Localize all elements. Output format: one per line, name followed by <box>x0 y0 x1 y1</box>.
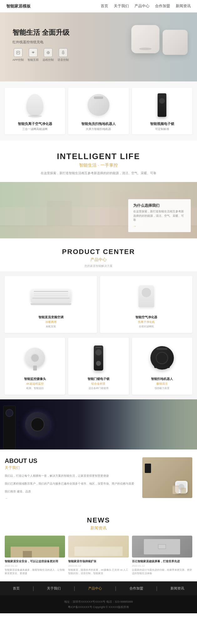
svg-rect-15 <box>180 488 186 494</box>
lock-shape <box>158 93 166 117</box>
product-sensor-card[interactable]: 智能空气净化器 负离子净化机 全密封滤网纸 <box>100 276 192 333</box>
intelligent-section: INTELLIGENT LIFE 智能生活 · 一手掌控 在这里探索，新打造智能… <box>0 141 197 176</box>
hero-product2 <box>163 30 188 55</box>
camera-title: 智能监控摄像头 <box>8 377 62 381</box>
footer-nav-products[interactable]: 产品中心 <box>88 586 102 591</box>
ac-image <box>8 281 94 312</box>
smart-home-image: 为什么选择我们 在这里探索，新打造智能生活相互参考新选择的好的能源，清洁、空气、… <box>0 182 197 238</box>
sensor-sub: 负离子净化机 <box>103 320 189 324</box>
svg-rect-16 <box>173 486 179 487</box>
vacuum-image <box>135 342 189 374</box>
news-grid: 智能家居安全安全，可以让这些设备更好用 2022-01-12 智能家居设备越来越… <box>5 536 192 575</box>
footer-nav-partner[interactable]: 合作加盟 <box>129 586 143 591</box>
news-title-3: 百亿智能家居超级屏幕，打造世界先进 <box>132 559 192 564</box>
footer-nav-news[interactable]: 新闻资讯 <box>170 586 184 591</box>
footer-navigation: 首页 | 关于我们 | 产品中心 | 合作加盟 | 新闻资讯 <box>0 581 197 595</box>
product-center-sub: 您的家居智能解决方案 <box>6 264 191 268</box>
robot-subtitle: 大屏力智能扫地机器 <box>71 127 125 131</box>
svg-rect-18 <box>159 545 165 548</box>
camera-sub: 4K超远程监控 <box>8 382 62 386</box>
smartlock-image <box>71 342 125 374</box>
about-content: ABOUT US 关于我们 我们以，打造让每个人都拥有一套，解决方案的智能生活，… <box>5 457 138 501</box>
hero-product1 <box>131 25 159 53</box>
feature-remote: 远程控制 <box>43 48 54 62</box>
vacuum-title: 智能扫地机器人 <box>135 377 189 381</box>
smartlock-sub: 铝合金材质 <box>71 382 125 386</box>
product-camera-card[interactable]: 智能监控摄像头 4K超远程监控 检测、智能追踪 <box>5 338 65 395</box>
hero-content: 智能生活 全面升级 红外线遥控传统充电 APP控制 智能互联 远程控制 <box>13 28 69 62</box>
footer-nav-sep4: | <box>156 586 157 591</box>
nav-partner[interactable]: 合作加盟 <box>155 3 170 9</box>
remote-icon <box>44 48 53 57</box>
news-model-visual <box>68 536 129 558</box>
news-card-1[interactable]: 智能家居安全安全，可以让这些设备更好用 2022-01-12 智能家居设备越来越… <box>5 536 65 575</box>
news-screen-inner <box>144 539 180 554</box>
camera-showcase-device <box>25 412 50 437</box>
about-door-device <box>145 464 151 473</box>
intelligent-description: 在这里探索，新打造智能生活相互参考新选择的好的能源，清洁、空气、采暖、可靠 <box>6 171 191 176</box>
feature-connect: 智能互联 <box>28 48 39 62</box>
feature-app: APP控制 <box>13 48 24 62</box>
featured-product-purifier[interactable]: 智能负离子空气净化器 三合一滤网高能滤网 <box>5 88 65 134</box>
svg-rect-5 <box>63 51 64 53</box>
camera-desc: 检测、智能追踪 <box>8 387 62 390</box>
app-icon <box>14 48 23 57</box>
product-grid-row1: 智能直流变频空调 冷暖两用 标配安装 智能空气净化器 负离子净化机 全密封滤网纸 <box>0 271 197 338</box>
featured-product-lock[interactable]: 智能视频电子锁 可定制标准 <box>132 88 192 134</box>
intelligent-cn-title: 智能生活 · 一手掌控 <box>6 163 191 168</box>
nav-products[interactable]: 产品中心 <box>134 3 149 9</box>
nav-home[interactable]: 首页 <box>101 3 108 9</box>
svg-rect-2 <box>17 53 18 53</box>
footer-nav-home[interactable]: 首页 <box>13 586 20 591</box>
footer-nav-about[interactable]: 关于我们 <box>47 586 61 591</box>
camera-shape <box>25 348 45 368</box>
news-screen-visual <box>132 536 192 558</box>
svg-point-3 <box>33 52 34 53</box>
intelligent-en-title: INTELLIGENT LIFE <box>6 152 191 161</box>
news-title-1: 智能家居安全安全，可以让这些设备更好用 <box>5 559 65 564</box>
footer-copyright: 粤ICP备XXXXXX号 Copyright © XXXXX版权所有 <box>6 605 191 610</box>
news-date-2: 2022-01-12 <box>68 564 129 567</box>
about-text2: 我们已累积领域数百客户，我们的产品与服务已遍布全国多个省市、地区，深受市场、用户… <box>5 481 138 486</box>
footer-nav-sep2: | <box>74 586 75 591</box>
svg-rect-1 <box>17 52 19 52</box>
feature-app-label: APP控制 <box>13 58 24 62</box>
product-vacuum-card[interactable]: 智能扫地机器人 极细清洁 强劲吸力装置 <box>132 338 192 395</box>
about-text1: 我们以，打造让每个人都拥有一套，解决方案的智能生活，让家居变得更智慧更便捷 <box>5 474 138 478</box>
about-more-arrow[interactable]: → <box>5 496 8 500</box>
news-en-title: NEWS <box>5 516 192 524</box>
news-house-visual <box>5 536 65 558</box>
featured-products-row: 智能负离子空气净化器 三合一滤网高能滤网 智能免洗扫拖地机器人 大屏力智能扫地机… <box>0 81 197 141</box>
product-smartlock-card[interactable]: 智能门锁电子锁 铝合金材质 适合各种门锁使用 <box>68 338 129 395</box>
smartlock-shape <box>94 345 103 371</box>
product-ac-card[interactable]: 智能直流变频空调 冷暖两用 标配安装 <box>5 276 97 333</box>
nav-about[interactable]: 关于我们 <box>114 3 129 9</box>
news-image-3 <box>132 536 192 558</box>
vacuum-shape <box>150 346 174 370</box>
footer-nav-sep1: | <box>33 586 34 591</box>
navigation: 智能家居模板 首页 关于我们 产品中心 合作加盟 新闻资讯 <box>0 0 197 13</box>
purifier-shape <box>26 94 43 116</box>
news-section: NEWS 新闻资讯 智能家居安全安全，可以让这些设备更好用 2022-01-12… <box>0 508 197 581</box>
why-choose-arrow[interactable]: → <box>133 224 136 228</box>
footer-address: 地址：深圳市XXXXXX号XXXX号 电话：323-99885999 <box>6 599 191 604</box>
ac-shape <box>31 289 71 303</box>
robot-shape <box>88 94 109 116</box>
news-cn-title: 新闻资讯 <box>5 525 192 531</box>
news-card-2[interactable]: 智能家居市场持续扩张 2022-01-12 智能家居，随着技术的发展，4K摄像头… <box>68 536 129 575</box>
ac-title: 智能直流变频空调 <box>8 315 94 319</box>
site-logo: 智能家居模板 <box>6 3 31 9</box>
hero-section: 智能生活 全面升级 红外线遥控传统充电 APP控制 智能互联 远程控制 <box>0 13 197 81</box>
news-card-3[interactable]: 百亿智能家居超级屏幕，打造世界先进 2022-01-12 以最新的设计与最先进的… <box>132 536 192 575</box>
footer-nav-sep3: | <box>115 586 116 591</box>
nav-news[interactable]: 新闻资讯 <box>176 3 191 9</box>
about-image <box>142 457 192 498</box>
lock-title: 智能视频电子锁 <box>135 122 189 126</box>
why-choose-title: 为什么选择我们 <box>133 203 186 208</box>
news-image-1 <box>5 536 65 558</box>
about-cn-title: 关于我们 <box>5 465 138 470</box>
smartlock-desc: 适合各种门锁使用 <box>71 387 125 390</box>
purifier-image <box>8 91 62 119</box>
svg-rect-14 <box>173 486 179 494</box>
featured-product-robot[interactable]: 智能免洗扫拖地机器人 大屏力智能扫地机器 <box>68 88 129 134</box>
